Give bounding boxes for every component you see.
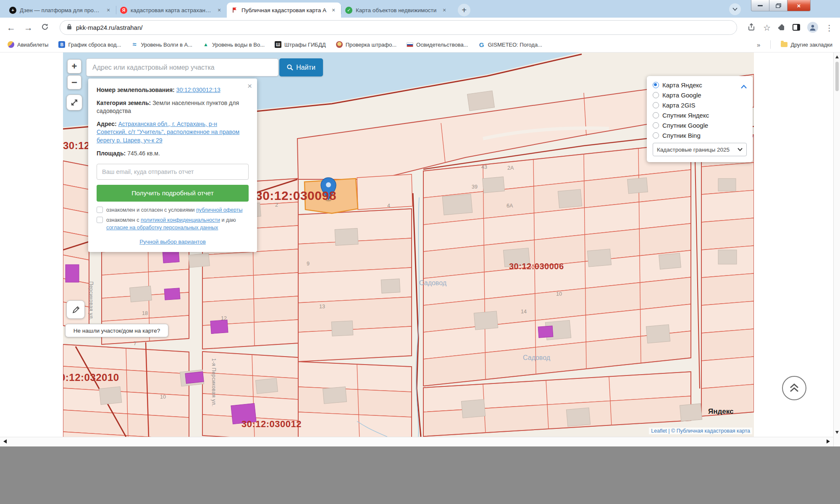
reload-button[interactable] [41, 23, 49, 32]
share-icon[interactable] [748, 23, 756, 32]
scroll-right-arrow[interactable] [827, 439, 830, 444]
close-button[interactable] [787, 0, 811, 11]
arrow-up-icon: ▲ [202, 41, 209, 48]
email-field[interactable] [97, 164, 249, 180]
bookmark-item[interactable]: Проверка штрафо... [336, 41, 396, 48]
consent-text: ознакомлен и согласен с условиями публич… [106, 206, 242, 214]
search-input[interactable] [86, 58, 278, 76]
layer-option[interactable]: Карта Google [653, 92, 747, 99]
bookmark-item[interactable]: ШШтрафы ГИБДД [275, 41, 326, 48]
profile-avatar[interactable] [807, 22, 818, 33]
other-bookmarks-label: Другие закладки [790, 42, 832, 48]
vertical-scroll-thumb[interactable] [835, 62, 839, 91]
toolbar-actions [748, 22, 833, 33]
dzen-icon [9, 7, 16, 14]
bookmark-label: График сброса вод... [68, 42, 121, 48]
browser-toolbar: pkk-map24.ru/astrahan/ [0, 18, 840, 37]
tab-realty-map[interactable]: Карта объектов недвижимости [341, 3, 452, 18]
consent-link[interactable]: политикой конфиденциальности [141, 217, 220, 223]
vertical-scrollbar[interactable] [833, 52, 840, 446]
map-attribution[interactable]: Leaflet | © Публичная кадастровая карта [649, 428, 752, 434]
zoom-out-button[interactable] [67, 75, 81, 89]
tab-close-icon[interactable] [441, 7, 448, 13]
bookmark-item[interactable]: GGISMETEO: Погода... [478, 41, 542, 48]
url-bar[interactable]: pkk-map24.ru/astrahan/ [60, 20, 737, 35]
not-found-button[interactable]: Не нашли участок/дом на карте? [65, 324, 168, 337]
radio-icon[interactable] [653, 112, 659, 118]
checkbox[interactable] [97, 207, 103, 213]
tab-yandex-search[interactable]: кадастровая карта астрахань — [116, 3, 227, 18]
bookmark-item[interactable]: ▲Уровень воды в Во... [202, 41, 265, 48]
close-icon[interactable] [247, 82, 252, 90]
folder-icon [781, 42, 788, 47]
select-value: Кадастровые границы 2025 [657, 147, 730, 153]
forward-button[interactable] [24, 23, 33, 32]
new-tab-button[interactable] [458, 4, 470, 16]
tab-title: Карта объектов недвижимости [356, 7, 438, 13]
extensions-puzzle-icon[interactable] [778, 23, 785, 32]
scroll-up-arrow[interactable] [835, 55, 839, 58]
layer-option[interactable]: Спутник Google [653, 122, 747, 129]
bookmark-item[interactable]: Авиабилеты [8, 41, 48, 48]
consent-link[interactable]: публичной оферты [196, 207, 242, 213]
bookmarks-overflow-chevron[interactable]: » [757, 41, 760, 48]
horizontal-scrollbar[interactable] [0, 437, 833, 446]
cadastral-map[interactable]: 30:12:30:12:0300983ко30:12:0300060:12:03… [63, 52, 754, 437]
search-button[interactable]: Найти [279, 58, 323, 76]
bookmark-label: Уровень Волги в А... [141, 42, 192, 48]
tab-dzen[interactable]: Дзен — платформа для просмо [5, 3, 116, 18]
tab-title: Публичная кадастровая карта А [242, 7, 327, 13]
radio-icon[interactable] [653, 122, 659, 129]
layer-label: Спутник Bing [662, 132, 701, 139]
parcel-info-panel: Номер землепользования: 30:12:030012:13К… [88, 79, 257, 252]
collapse-layers-icon[interactable] [741, 83, 747, 90]
scroll-down-arrow[interactable] [835, 431, 839, 434]
scroll-top-button[interactable] [782, 376, 806, 400]
bookmark-star-icon[interactable] [763, 23, 771, 32]
draw-pencil-button[interactable] [66, 300, 85, 319]
badge-icon [336, 41, 343, 48]
info-field-value: 745.46 кв.м. [127, 150, 160, 157]
flag-ru-icon [407, 42, 413, 47]
yandex-logo: Яндекс [708, 407, 733, 416]
layer-option[interactable]: Карта 2GIS [653, 102, 747, 109]
green-check-icon [345, 7, 352, 14]
tab-close-icon[interactable] [330, 7, 337, 13]
layer-option[interactable]: Спутник Bing [653, 132, 747, 139]
get-report-button[interactable]: Получить подробный отчет [97, 185, 249, 202]
tab-pkk-active[interactable]: Публичная кадастровая карта А [227, 3, 341, 18]
checkbox[interactable] [97, 217, 103, 223]
tab-title: кадастровая карта астрахань — [131, 7, 213, 13]
info-field: Адрес: Астраханская обл., г. Астрахань, … [97, 120, 249, 145]
radio-icon[interactable] [653, 82, 659, 88]
radio-icon[interactable] [653, 102, 659, 108]
back-button[interactable] [7, 23, 16, 32]
tab-search-button[interactable] [729, 3, 741, 15]
tab-close-icon[interactable] [216, 7, 223, 13]
manual-select-link[interactable]: Ручной выбор вариантов [139, 239, 206, 245]
consent-link[interactable]: согласие на обработку персональных данны… [106, 225, 218, 231]
tab-close-icon[interactable] [105, 7, 112, 13]
radio-icon[interactable] [653, 92, 659, 98]
fullscreen-button[interactable] [66, 94, 82, 110]
scroll-left-arrow[interactable] [3, 439, 7, 444]
layer-option[interactable]: Карта Яндекс [653, 81, 747, 89]
bookmark-item[interactable]: ВГрафик сброса вод... [58, 41, 121, 48]
cadastral-borders-select[interactable]: Кадастровые границы 2025 [653, 143, 747, 156]
bookmark-item[interactable]: Освидетельствова... [407, 42, 468, 48]
tab-title: Дзен — платформа для просмо [20, 7, 102, 13]
sidebar-icon[interactable] [793, 23, 800, 32]
info-field: Категория земель: Земли населенных пункт… [97, 99, 249, 116]
radio-icon[interactable] [653, 132, 659, 139]
maximize-button[interactable] [769, 0, 787, 11]
bookmark-label: Проверка штрафо... [346, 42, 396, 48]
bookmark-label: Авиабилеты [17, 42, 48, 48]
zoom-in-button[interactable] [67, 59, 81, 74]
bookmark-item[interactable]: ≈Уровень Волги в А... [131, 41, 192, 48]
layer-option[interactable]: Спутник Яндекс [653, 112, 747, 119]
browser-menu-icon[interactable] [825, 23, 833, 32]
other-bookmarks-button[interactable]: Другие закладки [781, 42, 832, 48]
info-field-value[interactable]: 30:12:030012:13 [176, 87, 220, 93]
minimize-button[interactable] [751, 0, 769, 11]
info-field-value[interactable]: Астраханская обл., г. Астрахань, р-н Сов… [97, 121, 239, 144]
